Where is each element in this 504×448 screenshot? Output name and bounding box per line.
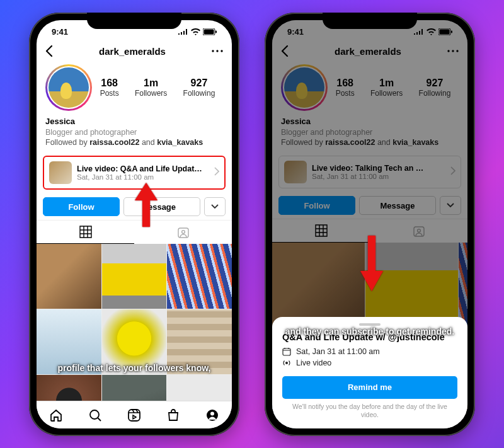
live-thumbnail [49, 161, 72, 184]
post-tile[interactable] [37, 375, 101, 401]
back-button[interactable] [45, 45, 53, 57]
more-horizontal-icon [212, 50, 223, 52]
battery-icon [203, 28, 217, 35]
phone-right: 9:41 dark_emeralds 168Posts 1mFollowers [265, 13, 475, 436]
profile-row: 168 Posts 1m Followers 927 Following [37, 62, 232, 115]
grid-icon [79, 226, 92, 238]
svg-point-21 [285, 362, 288, 364]
stat-following[interactable]: 927 Following [183, 78, 215, 98]
post-tile[interactable] [37, 309, 101, 374]
calendar-icon [282, 347, 291, 356]
post-tile[interactable] [37, 244, 101, 309]
home-icon [49, 408, 63, 422]
svg-point-5 [220, 50, 222, 52]
nav-profile[interactable] [205, 408, 219, 422]
live-date: Sat, Jan 31 at 11:00 am [77, 173, 209, 181]
tab-posts[interactable] [37, 221, 134, 244]
suggested-dropdown-button[interactable] [204, 197, 226, 216]
annotation-arrow-up [132, 181, 160, 228]
bio-category: Blogger and photographer [45, 127, 223, 138]
annotation-arrow-down [358, 236, 386, 292]
tagged-icon [177, 226, 190, 239]
svg-point-3 [212, 50, 214, 52]
nav-home[interactable] [49, 408, 63, 422]
signal-icon [178, 28, 188, 35]
live-details-sheet: Q&A and Life Update w/ @justinecole Sat,… [272, 317, 467, 428]
status-indicators [178, 28, 217, 35]
post-tile[interactable] [167, 375, 232, 401]
remind-me-button[interactable]: Remind me [282, 376, 457, 399]
search-icon [88, 408, 102, 422]
stat-followers[interactable]: 1m Followers [135, 78, 167, 98]
svg-rect-20 [283, 348, 290, 355]
sheet-title: Q&A and Life Update w/ @justinecole [282, 332, 457, 342]
post-tile[interactable] [102, 244, 167, 309]
follow-button[interactable]: Follow [43, 197, 120, 216]
post-tile[interactable] [102, 375, 167, 401]
story-ring[interactable] [45, 64, 92, 111]
nav-search[interactable] [88, 408, 102, 422]
profile-more-button[interactable] [212, 50, 223, 52]
svg-point-4 [216, 50, 218, 52]
shop-icon [166, 408, 180, 422]
sheet-type-row: Live video [282, 359, 457, 367]
posts-grid [37, 244, 232, 401]
svg-rect-6 [178, 228, 188, 238]
reels-icon [127, 408, 141, 422]
chevron-down-icon [211, 204, 219, 209]
screen-left: 9:41 dark_emeralds 168 Pos [37, 20, 232, 428]
svg-rect-2 [215, 30, 217, 33]
screen-right: 9:41 dark_emeralds 168Posts 1mFollowers [272, 20, 467, 428]
profile-icon [205, 408, 219, 422]
sheet-grabber[interactable] [359, 323, 381, 326]
stat-posts[interactable]: 168 Posts [100, 78, 119, 98]
svg-point-11 [210, 411, 214, 415]
svg-point-7 [181, 230, 185, 233]
post-tile[interactable] [102, 309, 167, 374]
bio-section: Jessica Blogger and photographer Followe… [37, 115, 232, 152]
broadcast-icon [282, 359, 291, 367]
phone-left: 9:41 dark_emeralds 168 Pos [29, 13, 239, 436]
sheet-note: We'll notify you the day before and the … [282, 403, 457, 420]
profile-username: dark_emeralds [99, 46, 166, 57]
wifi-icon [191, 28, 200, 35]
svg-rect-1 [204, 29, 214, 34]
live-title: Live video: Q&A and Life Updat… [77, 164, 209, 173]
bio-name: Jessica [45, 116, 223, 127]
nav-shop[interactable] [166, 408, 180, 422]
post-tile[interactable] [167, 309, 232, 374]
profile-header: dark_emeralds [37, 43, 232, 62]
svg-rect-9 [129, 410, 140, 421]
chevron-right-icon [214, 167, 219, 178]
status-time: 9:41 [52, 27, 68, 37]
svg-point-8 [90, 410, 99, 419]
followed-by: Followed by raissa.cool22 and kvia_kavak… [45, 137, 223, 148]
post-tile[interactable] [167, 244, 232, 309]
avatar [49, 67, 89, 108]
notch [323, 13, 417, 29]
nav-reels[interactable] [127, 408, 141, 422]
notch [87, 13, 181, 29]
sheet-date-row: Sat, Jan 31 at 11:00 am [282, 347, 457, 356]
bottom-nav [37, 401, 232, 428]
